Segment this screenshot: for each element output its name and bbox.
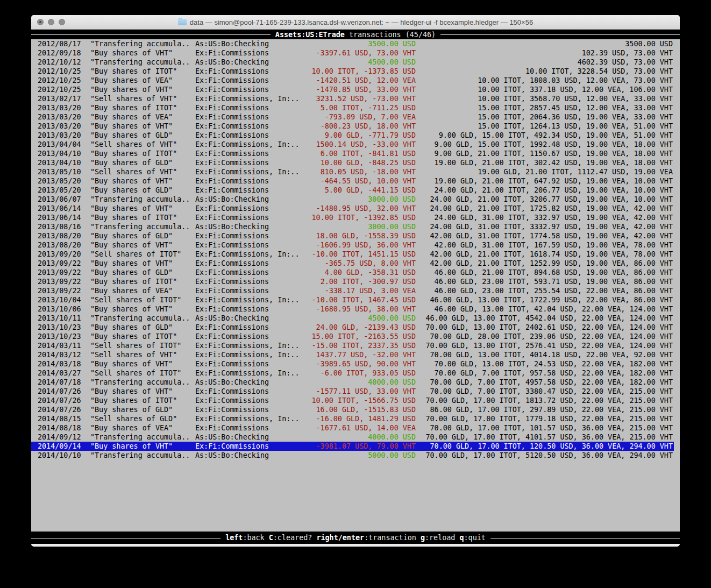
transaction-running-balance: 9.00 GLD, 21.00 ITOT, 1150.67 USD, 19.00… bbox=[416, 149, 673, 158]
transaction-row[interactable]: 2012/10/25"Buy shares of VHT"Ex:Fi:Commi… bbox=[31, 85, 674, 94]
transaction-change-amount: 3500.00 USD bbox=[303, 39, 416, 48]
transaction-row[interactable]: 2012/08/17"Transfering accumula..As:US:B… bbox=[31, 39, 674, 48]
transaction-row[interactable]: 2014/03/18"Buy shares of VHT"Ex:Fi:Commi… bbox=[31, 359, 674, 369]
transaction-description: "Buy shares of VHT" bbox=[90, 259, 195, 268]
close-button[interactable] bbox=[37, 19, 44, 25]
register-header-bar: Assets:US:ETrade transactions (45/46) bbox=[31, 30, 680, 39]
transaction-row[interactable]: 2012/10/25"Buy shares of VEA"Ex:Fi:Commi… bbox=[31, 76, 674, 85]
transaction-change-amount: -3981.07 USD, 79.00 VHT bbox=[303, 442, 416, 451]
transaction-running-balance: 4602.39 USD, 73.00 VHT bbox=[416, 58, 673, 67]
transaction-row[interactable]: 2014/03/12"Sell shares of VHT"Ex:Fi:Comm… bbox=[31, 350, 674, 359]
transaction-row[interactable]: 2014/07/26"Buy shares of VHT"Ex:Fi:Commi… bbox=[31, 387, 674, 396]
transaction-change-amount: 2.00 ITOT, -300.97 USD bbox=[303, 277, 416, 286]
transaction-row[interactable]: 2013/08/16"Transfering accumula..As:US:B… bbox=[31, 222, 674, 231]
transaction-running-balance: 70.00 GLD, 7.00 ITOT, 957.58 USD, 22.00 … bbox=[416, 369, 673, 378]
transaction-row[interactable]: 2013/06/07"Transfering accumula..As:US:B… bbox=[31, 195, 674, 204]
transaction-row[interactable]: 2013/10/23"Buy shares of GLD"Ex:Fi:Commi… bbox=[31, 323, 674, 332]
transaction-row[interactable]: 2013/04/10"Buy shares of GLD"Ex:Fi:Commi… bbox=[31, 158, 674, 167]
transaction-account: Ex:Fi:Commissions, In:.. bbox=[195, 295, 303, 304]
transaction-running-balance: 46.00 GLD, 13.00 ITOT, 4542.04 USD, 22.0… bbox=[416, 314, 673, 323]
transaction-running-balance: 24.00 GLD, 21.00 ITOT, 206.77 USD, 19.00… bbox=[416, 186, 673, 195]
transaction-change-amount: -793.09 USD, 7.00 VEA bbox=[303, 112, 416, 122]
transaction-row[interactable]: 2014/07/18"Transfering accumula..As:US:B… bbox=[31, 378, 674, 387]
transaction-change-amount: -1677.61 USD, 14.00 VEA bbox=[303, 423, 416, 433]
help-bar-label: left:back C:cleared? right/enter:transac… bbox=[221, 533, 490, 542]
transaction-row[interactable]: 2014/03/11"Sell shares of ITOT"Ex:Fi:Com… bbox=[31, 341, 674, 350]
transaction-row[interactable]: 2014/09/12"Transfering accumula..As:US:B… bbox=[31, 433, 674, 442]
transaction-date: 2014/03/12 bbox=[38, 350, 90, 359]
transaction-description: "Sell shares of ITOT" bbox=[90, 369, 195, 378]
transaction-row[interactable]: 2012/10/25"Buy shares of ITOT"Ex:Fi:Comm… bbox=[31, 67, 674, 76]
transaction-row[interactable]: 2013/10/23"Buy shares of ITOT"Ex:Fi:Comm… bbox=[31, 332, 674, 341]
transaction-row[interactable]: 2014/03/27"Sell shares of ITOT"Ex:Fi:Com… bbox=[31, 369, 674, 378]
transaction-row[interactable]: 2014/10/10"Transfering accumula..As:US:B… bbox=[31, 451, 674, 460]
transaction-row[interactable]: 2013/02/17"Sell shares of VHT"Ex:Fi:Comm… bbox=[31, 94, 674, 103]
transaction-running-balance: 70.00 GLD, 17.00 ITOT, 1813.72 USD, 22.0… bbox=[416, 396, 673, 405]
transaction-row[interactable]: 2013/10/06"Buy shares of VHT"Ex:Fi:Commi… bbox=[31, 304, 674, 314]
transaction-description: "Buy shares of VHT" bbox=[90, 442, 195, 451]
traffic-lights bbox=[37, 15, 65, 29]
transaction-row[interactable]: 2013/03/20"Buy shares of VEA"Ex:Fi:Commi… bbox=[31, 112, 674, 122]
transaction-running-balance: 19.00 GLD, 21.00 ITOT, 1112.47 USD, 19.0… bbox=[416, 167, 673, 176]
transaction-running-balance: 42.00 GLD, 21.00 ITOT, 1618.74 USD, 19.0… bbox=[416, 250, 673, 259]
transaction-account: As:US:Bo:Checking bbox=[195, 378, 303, 387]
transaction-account: Ex:Fi:Commissions bbox=[195, 332, 303, 341]
transaction-row[interactable]: 2013/09/22"Buy shares of VHT"Ex:Fi:Commi… bbox=[31, 259, 674, 268]
transaction-row[interactable]: 2014/08/18"Buy shares of VEA"Ex:Fi:Commi… bbox=[31, 423, 674, 433]
transaction-running-balance: 70.00 GLD, 17.00 ITOT, 5120.50 USD, 36.0… bbox=[416, 451, 673, 460]
terminal-empty-area bbox=[31, 460, 680, 532]
transaction-change-amount: 1500.14 USD, -33.00 VHT bbox=[303, 140, 416, 149]
transaction-date: 2012/09/18 bbox=[38, 48, 90, 58]
transaction-row[interactable]: 2013/04/04"Sell shares of VHT"Ex:Fi:Comm… bbox=[31, 140, 674, 149]
transaction-row[interactable]: 2012/10/12"Transfering accumula..As:US:B… bbox=[31, 58, 674, 67]
transaction-row[interactable]: 2013/03/20"Buy shares of ITOT"Ex:Fi:Comm… bbox=[31, 103, 674, 112]
transaction-row[interactable]: 2013/09/22"Buy shares of VEA"Ex:Fi:Commi… bbox=[31, 286, 674, 295]
transaction-row[interactable]: 2013/03/20"Buy shares of GLD"Ex:Fi:Commi… bbox=[31, 131, 674, 140]
transaction-running-balance: 46.00 GLD, 21.00 ITOT, 894.68 USD, 19.00… bbox=[416, 268, 673, 277]
transaction-change-amount: 5000.00 USD bbox=[303, 451, 416, 460]
transaction-row[interactable]: 2013/08/20"Buy shares of GLD"Ex:Fi:Commi… bbox=[31, 231, 674, 240]
transaction-change-amount: -800.23 USD, 18.00 VHT bbox=[303, 122, 416, 131]
transaction-row[interactable]: 2014/07/26"Buy shares of ITOT"Ex:Fi:Comm… bbox=[31, 396, 674, 405]
transaction-row[interactable]: 2013/05/20"Buy shares of VHT"Ex:Fi:Commi… bbox=[31, 176, 674, 186]
transaction-change-amount: -1470.85 USD, 33.00 VHT bbox=[303, 85, 416, 94]
transaction-row[interactable]: 2013/04/10"Buy shares of ITOT"Ex:Fi:Comm… bbox=[31, 149, 674, 158]
transaction-row[interactable]: 2013/05/20"Buy shares of GLD"Ex:Fi:Commi… bbox=[31, 186, 674, 195]
terminal-screen: Assets:US:ETrade transactions (45/46) 20… bbox=[31, 30, 680, 544]
transaction-change-amount: -1577.11 USD, 33.00 VHT bbox=[303, 387, 416, 396]
transaction-row[interactable]: 2012/09/18"Buy shares of VHT"Ex:Fi:Commi… bbox=[31, 48, 674, 58]
transaction-row[interactable]: 2013/06/14"Buy shares of VHT"Ex:Fi:Commi… bbox=[31, 204, 674, 213]
transaction-row[interactable]: 2014/09/14"Buy shares of VHT"Ex:Fi:Commi… bbox=[31, 442, 674, 451]
transaction-description: "Buy shares of VEA" bbox=[90, 286, 195, 295]
transaction-account: As:US:Bo:Checking bbox=[195, 222, 303, 231]
transaction-change-amount: -365.75 USD, 8.00 VHT bbox=[303, 259, 416, 268]
help-action: :transaction bbox=[364, 534, 416, 542]
transaction-running-balance: 46.00 GLD, 23.00 ITOT, 593.71 USD, 19.00… bbox=[416, 277, 673, 286]
transaction-account: Ex:Fi:Commissions, In:.. bbox=[195, 167, 303, 176]
transaction-row[interactable]: 2013/03/20"Buy shares of VHT"Ex:Fi:Commi… bbox=[31, 122, 674, 131]
transaction-row[interactable]: 2013/10/04"Sell shares of ITOT"Ex:Fi:Com… bbox=[31, 295, 674, 304]
zoom-button[interactable] bbox=[59, 19, 65, 25]
transaction-row[interactable]: 2013/10/11"Transfering accumula..As:US:B… bbox=[31, 314, 674, 323]
minimize-button[interactable] bbox=[48, 19, 54, 25]
transaction-date: 2012/08/17 bbox=[38, 39, 90, 48]
transaction-row[interactable]: 2013/09/22"Buy shares of ITOT"Ex:Fi:Comm… bbox=[31, 277, 674, 286]
transaction-account: Ex:Fi:Commissions, In:.. bbox=[195, 369, 303, 378]
transaction-row[interactable]: 2014/08/15"Sell shares of GLD"Ex:Fi:Comm… bbox=[31, 414, 674, 423]
transaction-row[interactable]: 2013/06/14"Buy shares of ITOT"Ex:Fi:Comm… bbox=[31, 213, 674, 222]
transaction-account: Ex:Fi:Commissions bbox=[195, 186, 303, 195]
transaction-list: 2012/08/17"Transfering accumula..As:US:B… bbox=[31, 39, 680, 460]
help-key: g bbox=[421, 534, 425, 542]
transaction-row[interactable]: 2013/09/20"Sell shares of ITOT"Ex:Fi:Com… bbox=[31, 250, 674, 259]
transaction-row[interactable]: 2013/08/20"Buy shares of VHT"Ex:Fi:Commi… bbox=[31, 240, 674, 250]
transaction-account: As:US:Bo:Checking bbox=[195, 451, 303, 460]
window-titlebar[interactable]: data — simon@pool-71-165-239-133.lsanca.… bbox=[31, 15, 680, 30]
transaction-row[interactable]: 2013/09/22"Buy shares of GLD"Ex:Fi:Commi… bbox=[31, 268, 674, 277]
transaction-row[interactable]: 2014/07/26"Buy shares of GLD"Ex:Fi:Commi… bbox=[31, 405, 674, 414]
transaction-change-amount: 5.00 GLD, -441.15 USD bbox=[303, 186, 416, 195]
transaction-description: "Buy shares of GLD" bbox=[90, 323, 195, 332]
transaction-description: "Buy shares of GLD" bbox=[90, 405, 195, 414]
transaction-change-amount: -464.55 USD, 10.00 VHT bbox=[303, 176, 416, 186]
transaction-account: Ex:Fi:Commissions bbox=[195, 131, 303, 140]
transaction-row[interactable]: 2013/05/10"Sell shares of VHT"Ex:Fi:Comm… bbox=[31, 167, 674, 176]
